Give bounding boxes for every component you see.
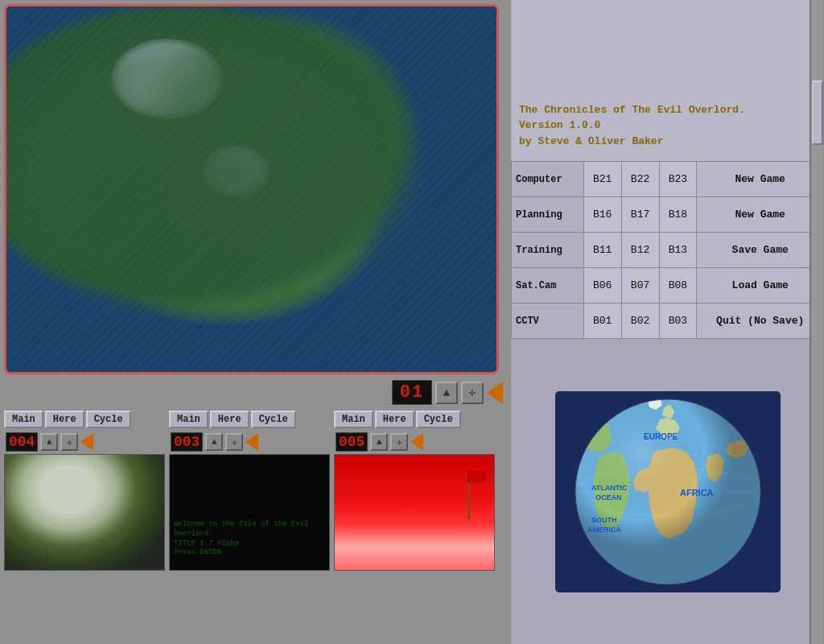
title-line2: Version 1.0.0 [519, 119, 600, 131]
sub-viewport-3-tabs: Main Here Cycle [334, 411, 495, 428]
cell-b16[interactable]: B16 [583, 197, 621, 233]
load-game-button[interactable]: Load Game [697, 268, 824, 303]
location-grid: Computer B21 B22 B23 New Game Planning B… [511, 161, 824, 339]
cam-move-btn[interactable]: ✛ [461, 382, 484, 404]
atlantic-label: ATLANTIC [591, 484, 628, 492]
cell-b06[interactable]: B06 [583, 268, 621, 303]
label-satcam: Sat.Cam [512, 268, 584, 303]
sub-viewport-1-view[interactable] [4, 454, 165, 571]
europe-label: EUROPE [644, 432, 678, 441]
cell-b18[interactable]: B18 [659, 197, 697, 233]
south-america-label: SOUTH [591, 516, 617, 524]
label-training: Training [512, 233, 584, 268]
sub1-cycle-tab[interactable]: Cycle [86, 411, 131, 428]
sub1-cam-display: 004 [6, 432, 38, 452]
cell-b22[interactable]: B22 [621, 162, 659, 197]
sub-viewport-2-tabs: Main Here Cycle [169, 411, 330, 428]
left-panel: 01 ▲ ✛ Main Here Cycle 004 ▲ ✛ [0, 0, 511, 644]
america-label: AMERICA [587, 526, 621, 534]
sub-viewport-1-tabs: Main Here Cycle [4, 411, 165, 428]
sub2-here-tab[interactable]: Here [210, 411, 249, 428]
cell-b17[interactable]: B17 [621, 197, 659, 233]
quit-button[interactable]: Quit (No Save) [697, 303, 824, 339]
sub2-cycle-tab[interactable]: Cycle [251, 411, 296, 428]
sub1-up-btn[interactable]: ▲ [40, 433, 58, 451]
sub-viewport-2-view[interactable]: Welcome to the Isle of the Evil Overlord… [169, 454, 330, 571]
cell-b12[interactable]: B12 [621, 233, 659, 268]
sub2-back-arrow[interactable] [245, 433, 258, 451]
cell-b02[interactable]: B02 [621, 303, 659, 339]
main-viewport[interactable] [4, 4, 499, 374]
sub-viewport-3-view[interactable] [334, 454, 495, 571]
cell-b01[interactable]: B01 [583, 303, 621, 339]
cam-up-btn[interactable]: ▲ [435, 382, 458, 404]
svg-point-6 [575, 399, 760, 584]
sub1-main-tab[interactable]: Main [4, 411, 43, 428]
label-planning: Planning [512, 197, 584, 233]
title-line3: by Steve & Oliver Baker [519, 135, 663, 147]
africa-label: AFRICA [680, 488, 714, 497]
sub2-up-btn[interactable]: ▲ [205, 433, 223, 451]
cell-b23[interactable]: B23 [659, 162, 697, 197]
scroll-track [812, 0, 823, 644]
sub-viewports-row: Main Here Cycle 004 ▲ ✛ Main Here Cycle [4, 411, 507, 571]
globe-container: EUROPE ATLANTIC OCEAN AFRICA SOUTH AMERI… [555, 391, 781, 592]
sub3-main-tab[interactable]: Main [334, 411, 373, 428]
sub-viewport-3: Main Here Cycle 005 ▲ ✛ [334, 411, 495, 571]
sub3-cam-display: 005 [336, 432, 368, 452]
cell-b07[interactable]: B07 [621, 268, 659, 303]
globe-svg: EUROPE ATLANTIC OCEAN AFRICA SOUTH AMERI… [567, 395, 768, 588]
grid-row-cctv: CCTV B01 B02 B03 Quit (No Save) [512, 303, 824, 339]
main-camera-controls: 01 ▲ ✛ [4, 378, 507, 407]
sub1-cam-controls: 004 ▲ ✛ [4, 430, 165, 454]
sub3-cam-controls: 005 ▲ ✛ [334, 430, 495, 454]
grid-row-satcam: Sat.Cam B06 B07 B08 Load Game [512, 268, 824, 303]
sub1-back-arrow[interactable] [80, 433, 93, 451]
right-panel: The Chronicles of The Evil Overlord. Ver… [511, 0, 824, 644]
label-computer: Computer [512, 162, 584, 197]
cam-back-arrow[interactable] [487, 382, 503, 404]
sub-viewport-1: Main Here Cycle 004 ▲ ✛ [4, 411, 165, 571]
grid-row-computer: Computer B21 B22 B23 New Game [512, 162, 824, 197]
sub1-move-btn[interactable]: ✛ [60, 433, 78, 451]
flag-pole [468, 471, 470, 519]
game-title: The Chronicles of The Evil Overlord. Ver… [519, 102, 816, 150]
scroll-thumb[interactable] [812, 80, 823, 145]
cell-b08[interactable]: B08 [659, 268, 697, 303]
sub3-here-tab[interactable]: Here [375, 411, 414, 428]
cell-b03[interactable]: B03 [659, 303, 697, 339]
globe-area: EUROPE ATLANTIC OCEAN AFRICA SOUTH AMERI… [511, 339, 824, 644]
sub3-cycle-tab[interactable]: Cycle [416, 411, 461, 428]
terrain-overlay [6, 6, 496, 372]
main-viewport-inner [6, 6, 496, 372]
main-cam-display: 01 [392, 380, 432, 405]
title-line1: The Chronicles of The Evil Overlord. [519, 104, 745, 116]
grid-row-training: Training B11 B12 B13 Save Game [512, 233, 824, 268]
sub2-cam-display: 003 [171, 432, 203, 452]
sub2-main-tab[interactable]: Main [169, 411, 208, 428]
new-game-button-2[interactable]: New Game [697, 197, 824, 233]
sub3-up-btn[interactable]: ▲ [370, 433, 388, 451]
sub3-move-btn[interactable]: ✛ [390, 433, 408, 451]
terminal-text: Welcome to the Isle of the Evil Overlord… [174, 520, 329, 558]
sub2-cam-controls: 003 ▲ ✛ [169, 430, 330, 454]
app-container: 01 ▲ ✛ Main Here Cycle 004 ▲ ✛ [0, 0, 824, 644]
sub1-here-tab[interactable]: Here [45, 411, 84, 428]
right-top-info: The Chronicles of The Evil Overlord. Ver… [511, 0, 824, 161]
new-game-button[interactable]: New Game [697, 162, 824, 197]
label-cctv: CCTV [512, 303, 584, 339]
cell-b21[interactable]: B21 [583, 162, 621, 197]
sub3-back-arrow[interactable] [410, 433, 423, 451]
sub-viewport-2: Main Here Cycle 003 ▲ ✛ Welcome to the I… [169, 411, 330, 571]
cell-b11[interactable]: B11 [583, 233, 621, 268]
ocean-label: OCEAN [595, 493, 622, 502]
sub2-move-btn[interactable]: ✛ [225, 433, 243, 451]
cell-b13[interactable]: B13 [659, 233, 697, 268]
save-game-button[interactable]: Save Game [697, 233, 824, 268]
grid-row-planning: Planning B16 B17 B18 New Game [512, 197, 824, 233]
vertical-scrollbar[interactable] [810, 0, 824, 644]
